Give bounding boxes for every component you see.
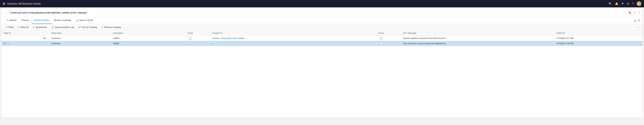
bell-icon[interactable]: 🔔 (615, 2, 618, 5)
col-header-error-message[interactable]: Error Message (401, 31, 554, 36)
tab-broken-couplings[interactable]: Broken Couplings (52, 17, 74, 24)
action-bar-right: ⋯ (638, 26, 640, 29)
more-actions-icon[interactable]: ⋯ (638, 26, 640, 29)
top-bar-right: 🔍 🔔 ⚑ ⚙ ? F (608, 1, 641, 6)
cell-description: 50000 (111, 41, 170, 46)
cell-exists (170, 36, 210, 41)
open-new-icon[interactable]: ↗ (634, 11, 636, 14)
log-icon: 📋 (51, 26, 54, 28)
table-header-row: Table ID Table Name Description Exists C… (1, 31, 643, 36)
exists-checkbox (189, 42, 191, 45)
cell-error-message: The Customer record cannot be updated be… (401, 41, 554, 46)
col-header-exists2[interactable]: Exists (361, 31, 401, 36)
avatar[interactable]: F (636, 1, 641, 6)
synchronize-button[interactable]: ⇄ Synchronize (31, 25, 49, 29)
tabs-right-actions: ◭ ☰ (634, 19, 640, 22)
table-row[interactable]: 18 Customer 10000 Adatum Corporation CDS… (1, 36, 643, 41)
waffle-icon[interactable]: ⊞ (3, 2, 5, 5)
synchronization-log-button[interactable]: 📋 Synchronization Log (50, 25, 76, 29)
top-bar: ⊞ Dynamics 365 Business Central 🔍 🔔 ⚑ ⚙ … (0, 0, 644, 7)
cell-failed-on: 7/7/2020 4:18 PM (554, 41, 642, 46)
retry-button[interactable]: ↻ Retry (4, 25, 16, 29)
page-title: COUPLED DATA SYNCHRONIZATION ERRORS | WO… (10, 11, 87, 14)
retry-icon: ↻ (6, 26, 8, 28)
table-id-link[interactable]: 18 (3, 42, 6, 45)
expand-icon[interactable]: ⤢ (638, 11, 640, 14)
table-row[interactable]: 18 ⋮ Customer 50000 – The Customer recor… (1, 41, 643, 46)
help-icon[interactable]: ? (632, 2, 634, 5)
cell-coupled-to: – (210, 41, 361, 46)
tab-synchronization[interactable]: Synchronization (32, 17, 52, 24)
list-icon[interactable]: ☰ (638, 19, 640, 22)
exists-checkbox (189, 37, 191, 40)
cell-exists2 (361, 41, 401, 46)
cell-failed-on: 7/7/2020 4:17 PM (554, 36, 642, 41)
col-header-table-name[interactable]: Table Name (49, 31, 111, 36)
settings-icon[interactable]: ⚙ (627, 2, 629, 5)
cell-table-id: 18 (1, 36, 49, 41)
table-container: Table ID Table Name Description Exists C… (1, 31, 643, 46)
data-table: Table ID Table Name Description Exists C… (1, 31, 643, 46)
exists2-checkbox (380, 37, 382, 40)
cell-table-name: Customer (49, 36, 111, 41)
page-container: ← COUPLED DATA SYNCHRONIZATION ERRORS | … (1, 9, 643, 118)
retry-all-button[interactable]: ↻ Retry All (16, 25, 30, 29)
bookmark-icon[interactable]: 🔖 (628, 11, 632, 14)
retry-all-icon: ↻ (18, 26, 20, 28)
cell-description: 10000 (111, 36, 170, 41)
page-header-actions: 🔖 ↗ ⤢ (628, 11, 640, 14)
remove-coupling-icon: ✂ (102, 26, 103, 28)
set-up-coupling-button[interactable]: 🔗 Set Up Coupling (76, 25, 99, 29)
col-header-table-id[interactable]: Table ID (1, 31, 49, 36)
search-icon[interactable]: 🔍 (608, 2, 612, 5)
tab-process[interactable]: Process (19, 17, 32, 24)
tabs-bar: 🔍 Search Process Synchronization Broken … (1, 17, 643, 24)
back-button[interactable]: ← (4, 10, 9, 15)
app-title: Dynamics 365 Business Central (7, 2, 40, 5)
excel-icon: 📊 (76, 19, 78, 21)
flag-icon[interactable]: ⚑ (621, 2, 624, 5)
synchronize-icon: ⇄ (33, 26, 34, 28)
row-context-menu-icon[interactable]: ⋮ (6, 42, 10, 45)
col-header-failed-on[interactable]: Failed On (554, 31, 642, 36)
tab-open-in-excel[interactable]: 📊 Open in Excel (74, 17, 95, 24)
col-header-description[interactable]: Description (111, 31, 170, 36)
cell-table-name: Customer (49, 41, 111, 46)
col-header-exists[interactable]: Exists (170, 31, 210, 36)
cell-exists2 (361, 36, 401, 41)
cell-coupled-to[interactable]: Adatum Corporation CDS Update (210, 36, 361, 41)
search-tab-icon: 🔍 (6, 19, 9, 21)
col-header-coupled-to[interactable]: Coupled To (210, 31, 361, 36)
cell-table-id: 18 ⋮ (1, 41, 49, 46)
filter-icon[interactable]: ◭ (634, 19, 636, 22)
cell-exists (170, 41, 210, 46)
action-bar: ↻ Retry ↻ Retry All ⇄ Synchronize 📋 Sync… (1, 24, 643, 31)
cell-error-message: Cannot update a record in the CDS Accoun… (401, 36, 554, 41)
page-header: ← COUPLED DATA SYNCHRONIZATION ERRORS | … (1, 9, 643, 17)
remove-coupling-button[interactable]: ✂ Remove Coupling (100, 25, 122, 29)
coupling-icon: 🔗 (78, 26, 81, 28)
exists2-checkbox (380, 42, 382, 45)
tab-search[interactable]: 🔍 Search (4, 17, 19, 24)
